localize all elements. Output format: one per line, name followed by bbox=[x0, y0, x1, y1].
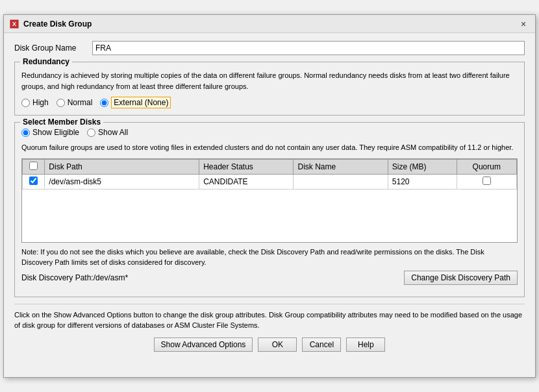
row-quorum-checkbox[interactable] bbox=[483, 177, 491, 185]
col-diskpath-header: Disk Path bbox=[45, 159, 199, 174]
redundancy-title: Redundancy bbox=[20, 57, 72, 66]
redundancy-high[interactable]: High bbox=[21, 98, 49, 107]
redundancy-group: Redundancy Redundancy is achieved by sto… bbox=[14, 62, 525, 116]
close-button[interactable]: × bbox=[517, 18, 530, 31]
col-quorum-header: Quorum bbox=[457, 159, 517, 174]
button-row: Show Advanced Options OK Cancel Help bbox=[14, 337, 525, 357]
member-disks-group: Select Member Disks Show Eligible Show A… bbox=[14, 122, 525, 297]
redundancy-normal-label: Normal bbox=[68, 98, 93, 107]
disk-group-name-input[interactable] bbox=[92, 41, 525, 55]
redundancy-options: High Normal External (None) bbox=[21, 97, 518, 108]
member-disks-title: Select Member Disks bbox=[20, 117, 103, 127]
title-bar: X Create Disk Group × bbox=[4, 15, 535, 33]
show-options-row: Show Eligible Show All bbox=[21, 128, 518, 137]
bottom-note: Click on the Show Advanced Options butto… bbox=[14, 304, 525, 331]
redundancy-high-label: High bbox=[32, 98, 49, 107]
dialog-content: Disk Group Name Redundancy Redundancy is… bbox=[4, 33, 535, 365]
select-all-checkbox[interactable] bbox=[29, 162, 38, 170]
create-disk-group-dialog: X Create Disk Group × Disk Group Name Re… bbox=[3, 14, 536, 378]
redundancy-external[interactable]: External (None) bbox=[100, 97, 171, 108]
disk-group-name-row: Disk Group Name bbox=[14, 41, 525, 55]
change-discovery-path-button[interactable]: Change Disk Discovery Path bbox=[404, 271, 518, 285]
row-size-mb: 5120 bbox=[388, 174, 457, 189]
discovery-path-label: Disk Discovery Path:/dev/asm* bbox=[21, 273, 128, 282]
svg-text:X: X bbox=[12, 21, 16, 27]
row-checkbox-cell bbox=[23, 174, 45, 189]
dialog-icon: X bbox=[9, 19, 19, 29]
row-quorum-cell bbox=[457, 174, 517, 189]
quorum-note: Quorum failure groups are used to store … bbox=[21, 142, 518, 153]
help-button[interactable]: Help bbox=[346, 337, 385, 352]
show-all-option[interactable]: Show All bbox=[87, 128, 128, 137]
row-header-status: CANDIDATE bbox=[199, 174, 294, 189]
disk-table: Disk Path Header Status Disk Name Size (… bbox=[22, 159, 517, 190]
row-checkbox[interactable] bbox=[29, 177, 38, 185]
col-diskname-header: Disk Name bbox=[294, 159, 388, 174]
show-eligible-label: Show Eligible bbox=[32, 128, 79, 137]
show-advanced-options-button[interactable]: Show Advanced Options bbox=[154, 337, 253, 352]
redundancy-normal[interactable]: Normal bbox=[56, 98, 93, 107]
show-all-label: Show All bbox=[98, 128, 128, 137]
disk-table-container: Disk Path Header Status Disk Name Size (… bbox=[21, 158, 518, 243]
ok-button[interactable]: OK bbox=[258, 337, 297, 352]
discovery-path-row: Disk Discovery Path:/dev/asm* Change Dis… bbox=[21, 271, 518, 285]
redundancy-external-label: External (None) bbox=[111, 97, 171, 108]
row-disk-path: /dev/asm-disk5 bbox=[45, 174, 199, 189]
row-disk-name bbox=[294, 174, 388, 189]
table-row[interactable]: /dev/asm-disk5 CANDIDATE 5120 bbox=[23, 174, 517, 189]
cancel-button[interactable]: Cancel bbox=[302, 337, 341, 352]
disk-group-name-label: Disk Group Name bbox=[14, 43, 86, 53]
col-check-header bbox=[23, 159, 45, 174]
show-eligible-option[interactable]: Show Eligible bbox=[21, 128, 79, 137]
table-header-row: Disk Path Header Status Disk Name Size (… bbox=[23, 159, 517, 174]
redundancy-description: Redundancy is achieved by storing multip… bbox=[21, 70, 518, 92]
col-size-header: Size (MB) bbox=[388, 159, 457, 174]
col-headerstatus-header: Header Status bbox=[199, 159, 294, 174]
dialog-title: Create Disk Group bbox=[23, 19, 92, 29]
disk-discovery-note: Note: If you do not see the disks which … bbox=[21, 247, 518, 268]
